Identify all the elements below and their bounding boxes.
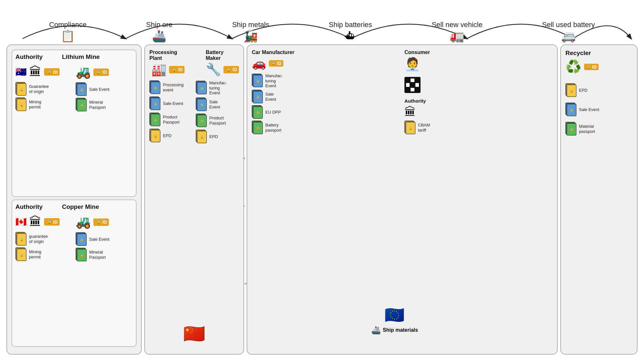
qr-code-area [404, 77, 553, 93]
australia-mine-label: Lithium Mine [62, 53, 99, 60]
processing-panel: Processing Plant 🏭 🔒ID Battery Maker 🔧 🔒… [144, 44, 244, 355]
mineral-passport-ca-icon: 🔒 [76, 248, 87, 262]
eu-shipping-area: 🇪🇺 🚢 Ship materials [371, 306, 418, 335]
lithium-mine-docs: 🔒 Sale Event 🔒 MineralPasspor [76, 82, 133, 112]
sell-vehicle-icon: 🚛 [450, 30, 464, 42]
automotive-panel: Car Manufacturer 🚗 🔒ID [247, 44, 558, 355]
ship-metals-icon: 🚂 [243, 30, 258, 42]
ship-batteries-icon: ⛴ [345, 30, 356, 42]
battery-passport-icon: 🔒 [252, 121, 263, 135]
sale-event-car-doc: 🔒 SaleEvent [252, 90, 400, 104]
guarantee-origin-ca-icon: 🔒 [15, 232, 27, 246]
copper-mine-row: 🚜 🔒ID [76, 215, 133, 229]
canada-authority-icon: 🏛 [29, 215, 42, 229]
product-passport-proc-icon: 🔒 [149, 113, 161, 127]
battery-maker-row: 🔧 🔒ID [206, 62, 239, 77]
sell-battery-icon: 🚐 [561, 30, 576, 42]
compliance-icon: 📋 [61, 30, 75, 42]
eu-dpp-doc: 🔒 EU DPP [252, 105, 400, 119]
lithium-mine-id: 🔒ID [93, 69, 109, 76]
sale-event-car-icon: 🔒 [252, 90, 263, 104]
authority-sub-icon: 🏛 [404, 105, 553, 119]
canada-flag: 🇨🇦 [15, 217, 27, 227]
processing-docs-col: 🔒 Processingevent 🔒 Sale Event [149, 80, 193, 349]
battery-docs-col: 🔒 Manufac-turingEvent 🔒 SaleEvent [196, 80, 239, 349]
eu-flag: 🇪🇺 [384, 306, 404, 324]
australia-authority-label: Authority [15, 53, 43, 60]
copper-truck-icon: 🚜 [76, 215, 91, 229]
top-label-compliance: Compliance 📋 [49, 21, 87, 42]
epd-rec-doc: 🔒 EPD [565, 83, 632, 97]
car-manufacturer-label: Car Manufacturer [252, 50, 294, 55]
mineral-passport-au-icon: 🔒 [76, 98, 87, 112]
mining-permit-ca-doc: 🔒 Miningpermit [15, 247, 72, 262]
sale-event-proc-icon: 🔒 [149, 97, 161, 111]
australia-title-row: Authority Lithium Mine [15, 53, 133, 60]
mining-panel: Authority Lithium Mine 🇦🇺 🏛 🔒ID [6, 44, 142, 355]
authority-building-sub-icon: 🏛 [404, 105, 416, 118]
sale-event-rec-icon: 🔒 [565, 103, 577, 117]
canada-actors: 🇨🇦 🏛 🔒ID 🔒 [15, 215, 133, 343]
consumer-label: Consumer [404, 50, 430, 55]
mineral-passport-ca-doc: 🔒 MineralPassport [76, 248, 133, 262]
epd-proc-doc: 🔒 EPD [149, 129, 193, 143]
processing-plant-label: Processing Plant [149, 50, 186, 61]
epd-proc-icon: 🔒 [149, 129, 161, 143]
top-labels-row: Compliance 📋 Ship ore 🚢 Ship metals 🚂 Sh… [0, 0, 644, 42]
recycler-id: 🔒ID [584, 64, 599, 70]
battery-passport-doc: 🔒 Batterypassport [252, 121, 400, 135]
sale-event-rec-doc: 🔒 Sale Event [565, 103, 632, 117]
top-label-ship-ore: Ship ore 🚢 [146, 21, 173, 42]
authority-sub-label: Authority [404, 98, 426, 104]
australia-authority-col: 🇦🇺 🏛 🔒ID 🔒 [15, 65, 72, 193]
authority-building-icon: 🏛 [29, 65, 42, 79]
australia-authority-id: 🔒ID [44, 68, 60, 76]
car-manufacturer-header: Car Manufacturer 🚗 🔒ID [252, 50, 400, 71]
cbam-tariff-doc: 🔒 CBAMtariff [404, 121, 553, 135]
guarantee-origin-icon: 🔒 [15, 82, 27, 96]
eu-dpp-icon: 🔒 [252, 105, 263, 119]
canada-authority-col: 🇨🇦 🏛 🔒ID 🔒 [15, 215, 72, 343]
recycler-label: Recycler [565, 50, 632, 57]
canada-mine-label: Copper Mine [62, 203, 99, 210]
mining-permit-icon: 🔒 [15, 97, 27, 112]
epd-rec-icon: 🔒 [565, 83, 577, 97]
epd-bat-icon: 🔒 [196, 130, 207, 144]
sale-event-bat-icon: 🔒 [196, 97, 207, 112]
copper-mine-docs: 🔒 Sale Event 🔒 MineralPasspor [76, 232, 133, 262]
mining-permit-ca-icon: 🔒 [15, 247, 27, 262]
mfg-event-car-icon: 🔒 [252, 74, 263, 88]
mfg-event-bat-icon: 🔒 [196, 81, 207, 95]
recycle-icon: ♻️ [565, 59, 582, 74]
mfg-event-bat-doc: 🔒 Manufac-turingEvent [196, 80, 239, 96]
sale-event-ca-icon: 🔒 [76, 232, 87, 246]
consumer-header: Consumer 🧑‍💼 [404, 50, 553, 72]
processing-plant-row: 🏭 🔒ID [151, 62, 185, 77]
copper-mine-col: 🚜 🔒ID 🔒 [76, 215, 133, 343]
canada-authority-row: 🇨🇦 🏛 🔒ID [15, 215, 72, 229]
australia-authority-docs: 🔒 Guaranteeof origin 🔒 Mining [15, 82, 72, 112]
main-container: Compliance 📋 Ship ore 🚢 Ship metals 🚂 Sh… [0, 0, 644, 362]
car-mfg-row: 🚗 🔒ID [252, 57, 283, 70]
processing-actors: 🔒 Processingevent 🔒 Sale Event [149, 80, 239, 349]
top-label-ship-metals: Ship metals 🚂 [232, 21, 269, 42]
mfg-event-car-doc: 🔒 Manufac-turingEvent [252, 73, 400, 88]
australia-sub-panel: Authority Lithium Mine 🇦🇺 🏛 🔒ID [12, 50, 137, 197]
material-passport-doc: 🔒 Materialpassport [565, 122, 632, 136]
ship-icon: 🚢 [371, 326, 381, 335]
sale-event-doc-au: 🔒 Sale Event [76, 82, 133, 97]
recycler-inner: Recycler ♻️ 🔒ID 🔒 EPD [565, 50, 632, 136]
canada-authority-id: 🔒ID [44, 218, 60, 226]
processing-event-doc: 🔒 Processingevent [149, 80, 193, 95]
australia-actors: 🇦🇺 🏛 🔒ID 🔒 [15, 65, 133, 193]
canada-authority-label: Authority [15, 203, 43, 210]
processing-event-icon: 🔒 [149, 80, 161, 95]
lithium-mine-row: 🚜 🔒ID [76, 65, 133, 79]
mining-truck-icon: 🚜 [76, 65, 91, 79]
recycler-docs: 🔒 EPD 🔒 Sale Event [565, 83, 632, 136]
processing-plant-id: 🔒ID [169, 66, 185, 73]
mining-permit-doc: 🔒 Miningpermit [15, 97, 72, 112]
bottom-legend: ← B2B due diligence ← G2B assessment ← C… [0, 357, 644, 362]
sale-event-proc-doc: 🔒 Sale Event [149, 97, 193, 111]
recycler-panel: Recycler ♻️ 🔒ID 🔒 EPD [560, 44, 638, 355]
